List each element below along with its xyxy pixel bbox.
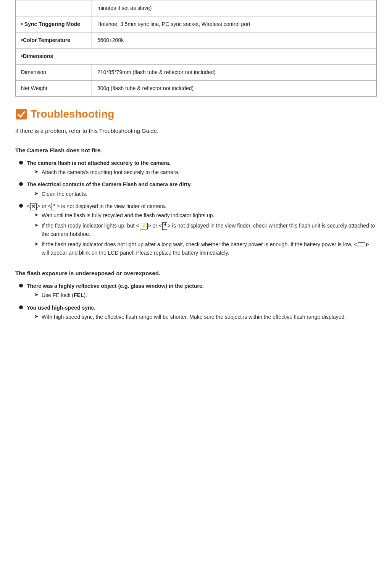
flash-h-icon2: H [162,222,167,230]
flash-bolt-icon2: ⚡ [140,223,148,230]
flash-icon-text: <✕> or <H> is not displayed in the view … [27,203,166,209]
problem-title-2: The flash exposure is underexposed or ov… [15,269,377,278]
table-cell-label [16,0,92,16]
table-cell-value: Hotshoe, 3.5mm sync line, PC sync socket… [92,16,377,32]
sub-list: ➤ With high-speed sync, the effective fl… [34,313,377,321]
bullet-dot [19,182,23,186]
bullet-bold: The camera flash is not attached securel… [27,160,171,166]
bullet-list-2: There was a highly reflective object (e.… [19,282,377,323]
sub-text: Attach the camera's mounting foot secure… [42,168,377,176]
bullet-dot [19,305,23,309]
bullet-content: <✕> or <H> is not displayed in the view … [27,202,377,258]
table-cell-value: 210*85*79mm (flash tube & reflector not … [92,65,377,81]
dimensions-header: •Dimensions [16,48,377,65]
arrow-icon: ➤ [34,190,39,198]
sub-text: Wait until the flash is fully recycled a… [42,211,377,220]
bullet-bold: There was a highly reflective object (e.… [27,283,204,289]
bullet-dot [19,284,23,287]
problem-title-1: The Camera Flash does not fire. [15,146,377,155]
arrow-icon: ➤ [34,211,39,219]
sub-text: If the flash ready indicator does not li… [42,240,377,257]
troubleshooting-title: Troubleshooting [31,108,114,120]
sub-list-item: ➤ With high-speed sync, the effective fl… [34,313,377,321]
problem-section-2: The flash exposure is underexposed or ov… [15,269,377,323]
table-row: minutes if set as slave) [16,0,377,16]
battery-icon [358,242,365,247]
list-item: There was a highly reflective object (e.… [19,282,377,301]
sub-text: Clean the contacts. [42,190,377,198]
sub-list-item: ➤ Wait until the flash is fully recycled… [34,211,377,220]
sub-text: Use FE lock (FEL). [42,291,377,299]
sub-list: ➤ Wait until the flash is fully recycled… [34,211,377,257]
table-cell-label: Net Weight [16,81,92,97]
bullet-content: There was a highly reflective object (e.… [27,282,377,301]
arrow-icon: ➤ [34,313,39,321]
sub-list: ➤ Attach the camera's mounting foot secu… [34,168,377,176]
sub-list-item: ➤ Clean the contacts. [34,190,377,198]
table-row: • Sync Triggering Mode Hotshoe, 3.5mm sy… [16,16,377,32]
svg-rect-0 [16,109,27,119]
table-cell-value: 800g (flash tube & reflector not include… [92,81,377,97]
table-row: •Color Temperature 5600±200k [16,32,377,48]
arrow-icon: ➤ [34,291,39,299]
bullet-list-1: The camera flash is not attached securel… [19,159,377,259]
list-item: The camera flash is not attached securel… [19,159,377,178]
bullet-content: You used high-speed sync. ➤ With high-sp… [27,304,377,323]
sub-list-item: ➤ Attach the camera's mounting foot secu… [34,168,377,176]
table-cell-label: Dimension [16,65,92,81]
table-cell-label: • Sync Triggering Mode [16,16,92,32]
arrow-icon: ➤ [34,168,39,176]
list-item: <✕> or <H> is not displayed in the view … [19,202,377,258]
troubleshooting-icon [15,108,27,120]
arrow-icon: ➤ [34,221,39,229]
list-item: The electrical contacts of the Camera Fl… [19,180,377,200]
bullet-dot [19,161,23,165]
list-item: You used high-speed sync. ➤ With high-sp… [19,304,377,323]
sub-list: ➤ Use FE lock (FEL). [34,291,377,299]
troubleshooting-section: Troubleshooting [15,108,377,120]
bullet-content: The electrical contacts of the Camera Fl… [27,180,377,200]
table-cell-value: minutes if set as slave) [92,0,377,16]
sub-text: If the flash ready indicator lights up, … [42,221,377,239]
intro-text: If there is a problem, refer to this Tro… [15,126,377,136]
table-row: Dimension 210*85*79mm (flash tube & refl… [16,65,377,81]
bullet-bold: You used high-speed sync. [27,305,95,311]
sub-list-item: ➤ Use FE lock (FEL). [34,291,377,299]
sub-list: ➤ Clean the contacts. [34,190,377,198]
sub-list-item: ➤ If the flash ready indicator does not … [34,240,377,257]
sub-list-item: ➤ If the flash ready indicator lights up… [34,221,377,239]
table-row-dimensions-header: •Dimensions [16,48,377,65]
table-row: Net Weight 800g (flash tube & reflector … [16,81,377,97]
flash-h-icon: H [52,203,56,210]
sub-text: With high-speed sync, the effective flas… [42,313,377,321]
table-cell-label: •Color Temperature [16,32,92,48]
flash-bolt-icon: ✕ [30,203,37,210]
problem-section-1: The Camera Flash does not fire. The came… [15,146,377,258]
arrow-icon: ➤ [34,240,39,248]
bullet-dot [19,204,23,208]
specs-table: minutes if set as slave) • Sync Triggeri… [15,0,377,97]
table-cell-value: 5600±200k [92,32,377,48]
bullet-bold: The electrical contacts of the Camera Fl… [27,181,192,187]
bullet-content: The camera flash is not attached securel… [27,159,377,178]
